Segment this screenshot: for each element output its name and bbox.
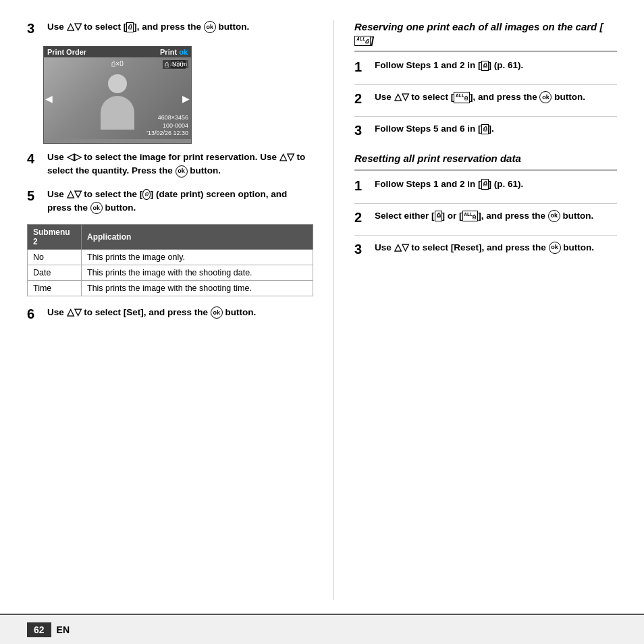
ok-symbol-s2r3: ok [549,242,561,254]
right-step1-divider [354,84,617,85]
step-5-number: 5 [27,188,43,204]
page-container: 3 Use △▽ to select [⎙], and press the ok… [0,0,644,644]
step-6-content: Use △▽ to select [Set], and press the ok… [47,306,313,319]
camera-bottom-info: 4608×3456 100-0004 '13/02/26 12:30 [146,114,188,138]
table-cell-date: Date [28,265,82,281]
page-number: 62 [27,622,51,637]
right-step-2-block: 2 Use △▽ to select [ALL⎙], and press the… [354,90,617,107]
table-cell-no-desc: This prints the image only. [82,250,313,265]
ok-symbol-step4: ok [176,165,188,178]
person-body [101,96,134,130]
content-area: 3 Use △▽ to select [⎙], and press the ok… [0,0,644,614]
step-4-number: 4 [27,151,43,167]
right-s2-step2-divider [354,235,617,236]
all-icon-title: ALL⎙ [354,36,371,46]
ok-symbol-s2r2: ok [548,210,560,222]
right-s2-step-1-block: 1 Follow Steps 1 and 2 in [⎙] (p. 61). [354,178,617,194]
step-5-block: 5 Use △▽ to select the [◎] (date print) … [27,188,313,215]
person-figure [94,74,141,128]
table-header-submenu: Submenu 2 [28,225,82,250]
table-cell-time: Time [28,281,82,296]
right-step-1-block: 1 Follow Steps 1 and 2 in [⎙] (p. 61). [354,59,617,75]
right-step-1-content: Follow Steps 1 and 2 in [⎙] (p. 61). [375,59,617,72]
step-4-content: Use ◁▷ to select the image for print res… [47,151,313,178]
right-s2-step-2-content: Select either [⎙] or [ALL⎙], and press t… [375,209,617,223]
right-step-3-content: Follow Steps 5 and 6 in [⎙]. [375,122,617,136]
table-cell-time-desc: This prints the image with the shooting … [82,281,313,296]
step-4-block: 4 Use ◁▷ to select the image for print r… [27,151,313,178]
right-step-1-number: 1 [354,59,371,75]
table-row: Time This prints the image with the shoo… [28,281,313,296]
all-icon-r2: ALL⎙ [454,92,470,103]
header-right: Print ok [160,48,188,56]
table-header-application: Application [82,225,313,250]
camera-screen-body: ⎙ 4/30 ⎙×0 ◀ ▶ Norm [44,57,191,139]
camera-icon-top: ⎙×0 [111,60,123,68]
step-3-content: Use △▽ to select [⎙], and press the ok b… [47,20,313,34]
camera-norm-label: Norm [171,60,188,68]
right-step-3-number: 3 [354,122,371,138]
print-icon-s2r2a: ⎙ [435,211,442,221]
right-s2-step-3-content: Use △▽ to select [Reset], and press the … [375,241,617,254]
left-column: 3 Use △▽ to select [⎙], and press the ok… [27,20,313,600]
print-icon-r3: ⎙ [481,124,489,135]
page-footer: 62 EN [0,614,644,644]
right-step2-divider [354,116,617,117]
section2-divider [354,169,617,171]
camera-screen-header: Print Order Print ok [44,47,191,57]
ok-symbol-step6: ok [211,306,223,319]
right-s2-step-2-number: 2 [354,209,371,225]
print-icon-r1: ⎙ [481,61,489,72]
right-s2-step-3-number: 3 [354,241,371,257]
table-cell-no: No [28,250,82,265]
camera-arrow-left: ◀ [45,93,53,104]
print-icon-s2r1: ⎙ [481,179,489,190]
right-s2-step-3-block: 3 Use △▽ to select [Reset], and press th… [354,241,617,257]
right-step-2-number: 2 [354,90,371,107]
ok-symbol-step5: ok [90,202,103,214]
camera-arrow-right: ▶ [182,93,190,104]
step-3-number: 3 [27,20,43,36]
table-cell-date-desc: This prints the image with the shooting … [82,265,313,281]
step-6-number: 6 [27,306,43,322]
options-table: Submenu 2 Application No This prints the… [27,224,313,296]
date-icon-step5: ◎ [142,189,150,200]
camera-screen: Print Order Print ok ⎙ 4/30 ⎙×0 [43,46,192,144]
page-lang: EN [57,624,70,635]
right-step-3-block: 3 Follow Steps 5 and 6 in [⎙]. [354,122,617,138]
step-5-content: Use △▽ to select the [◎] (date print) sc… [47,188,313,215]
print-icon-step3: ⎙ [126,22,134,33]
table-row: No This prints the image only. [28,250,313,265]
header-label: Print Order [47,48,86,56]
ok-symbol-r2: ok [539,91,552,103]
section1-title: Reserving one print each of all images o… [354,20,617,47]
section2-title: Resetting all print reservation data [354,152,617,165]
right-s2-step-1-number: 1 [354,178,371,194]
right-step-2-content: Use △▽ to select [ALL⎙], and press the o… [375,90,617,104]
table-row: Date This prints the image with the shoo… [28,265,313,281]
person-head [108,74,127,93]
right-s2-step-2-block: 2 Select either [⎙] or [ALL⎙], and press… [354,209,617,225]
ok-symbol-step3: ok [204,21,216,33]
step-6-block: 6 Use △▽ to select [Set], and press the … [27,306,313,322]
step-3-block: 3 Use △▽ to select [⎙], and press the ok… [27,20,313,36]
section1-divider [354,51,617,52]
right-s2-step-1-content: Follow Steps 1 and 2 in [⎙] (p. 61). [375,178,617,191]
all-icon-s2r2: ALL⎙ [462,211,479,222]
right-column: Reserving one print each of all images o… [333,20,617,600]
right-s2-step1-divider [354,203,617,204]
